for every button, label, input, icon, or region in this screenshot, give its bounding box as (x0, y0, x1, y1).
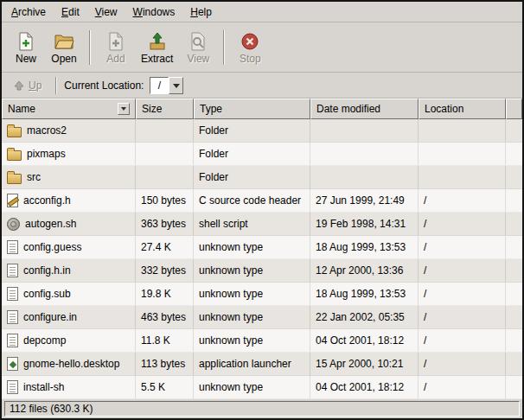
column-header-name[interactable]: Name (2, 99, 136, 119)
row-filler (506, 119, 522, 143)
size-cell (136, 119, 194, 143)
table-row[interactable]: config.guess 27.4 K unknown type 18 Aug … (2, 236, 522, 259)
size-cell: 463 bytes (136, 306, 194, 329)
date-cell: 27 Jun 1999, 21:49 (310, 189, 419, 213)
date-cell: 04 Oct 2001, 18:12 (310, 329, 419, 353)
add-button[interactable]: Add (97, 29, 135, 67)
location-cell: / (419, 236, 506, 259)
status-frame: 112 files (630.3 K) (4, 401, 520, 417)
table-row[interactable]: config.h.in 332 bytes unknown type 12 Ap… (2, 259, 522, 283)
table-row[interactable]: autogen.sh 363 bytes shell script 19 Feb… (2, 213, 522, 236)
file-name: configure.in (23, 311, 77, 323)
extract-button[interactable]: Extract (135, 29, 179, 67)
size-cell: 19.8 K (136, 283, 194, 306)
date-cell (310, 166, 419, 189)
date-cell: 18 Aug 1999, 13:53 (310, 283, 419, 306)
add-button-label: Add (106, 53, 125, 65)
view-file-icon (188, 31, 208, 52)
location-cell: / (419, 376, 506, 399)
size-cell: 5.5 K (136, 376, 194, 399)
row-filler (506, 143, 522, 166)
file-name: install-sh (23, 381, 64, 393)
menu-edit[interactable]: Edit (54, 2, 87, 22)
file-name: acconfig.h (23, 194, 71, 207)
table-row[interactable]: acconfig.h 150 bytes C source code heade… (2, 189, 522, 213)
extract-button-label: Extract (141, 53, 173, 65)
column-header-date-modified[interactable]: Date modified (310, 99, 419, 119)
location-cell (419, 119, 506, 143)
file-name: macros2 (27, 124, 67, 137)
table-row[interactable]: macros2 Folder (2, 119, 522, 143)
name-cell: gnome-hello.desktop (2, 353, 136, 376)
type-cell: unknown type (194, 259, 310, 283)
up-button[interactable]: Up (7, 77, 48, 94)
file-icon (7, 310, 18, 324)
location-bar: Up Current Location: / (2, 73, 522, 99)
table-row[interactable]: config.sub 19.8 K unknown type 18 Aug 19… (2, 283, 522, 306)
type-cell: Folder (194, 143, 310, 166)
file-name: config.guess (23, 241, 81, 253)
menu-help[interactable]: Help (182, 2, 220, 22)
column-header-type[interactable]: Type (194, 99, 310, 119)
table-row[interactable]: src Folder (2, 166, 522, 189)
date-cell: 15 Apr 2000, 10:21 (310, 353, 419, 376)
location-cell: / (419, 283, 506, 306)
size-cell: 150 bytes (136, 189, 194, 213)
new-archive-icon (16, 31, 36, 52)
name-cell: macros2 (2, 119, 136, 143)
folder-icon (7, 150, 22, 161)
chevron-down-icon (121, 107, 126, 111)
stop-button-label: Stop (240, 53, 261, 65)
type-cell: unknown type (194, 283, 310, 306)
file-name: gnome-hello.desktop (23, 358, 119, 370)
menu-archive[interactable]: Archive (3, 2, 54, 22)
view-button[interactable]: View (179, 29, 217, 67)
stop-button[interactable]: Stop (231, 29, 269, 67)
location-cell: / (419, 213, 506, 236)
location-cell (419, 143, 506, 166)
table-row[interactable]: install-sh 5.5 K unknown type 04 Oct 200… (2, 376, 522, 399)
size-cell: 27.4 K (136, 236, 194, 259)
type-cell: Folder (194, 119, 310, 143)
name-cell: acconfig.h (2, 189, 136, 213)
type-cell: unknown type (194, 376, 310, 399)
file-icon (7, 264, 18, 277)
open-button[interactable]: Open (45, 29, 83, 67)
name-cell: autogen.sh (2, 213, 136, 236)
new-button[interactable]: New (7, 29, 45, 67)
open-button-label: Open (51, 53, 76, 65)
add-files-icon (105, 31, 126, 52)
column-header-date-modified-label: Date modified (316, 103, 380, 115)
row-filler (506, 166, 522, 189)
table-row[interactable]: configure.in 463 bytes unknown type 22 J… (2, 306, 522, 329)
status-bar: 112 files (630.3 K) (2, 399, 522, 418)
row-filler (506, 353, 522, 376)
column-header-size[interactable]: Size (136, 99, 194, 119)
menu-view[interactable]: View (87, 2, 125, 22)
location-combo[interactable]: / (150, 77, 183, 94)
date-cell: 19 Feb 1998, 14:31 (310, 213, 419, 236)
name-cell: config.guess (2, 236, 136, 259)
table-row[interactable]: gnome-hello.desktop 113 bytes applicatio… (2, 353, 522, 376)
sort-dropdown-button[interactable] (118, 103, 130, 115)
menu-windows-label: Windows (133, 6, 176, 18)
source-file-icon (7, 194, 18, 207)
size-cell (136, 166, 194, 189)
type-cell: unknown type (194, 236, 310, 259)
row-filler (506, 283, 522, 306)
table-row[interactable]: depcomp 11.8 K unknown type 04 Oct 2001,… (2, 329, 522, 353)
row-filler (506, 376, 522, 399)
header-filler (506, 99, 522, 119)
location-bar-separator (55, 77, 57, 94)
location-cell: / (419, 353, 506, 376)
size-cell (136, 143, 194, 166)
menu-windows[interactable]: Windows (125, 2, 183, 22)
file-icon (7, 240, 18, 254)
column-header-location[interactable]: Location (419, 99, 506, 119)
file-name: autogen.sh (25, 218, 76, 230)
location-combo-dropdown-button[interactable] (169, 77, 183, 94)
row-filler (506, 236, 522, 259)
table-row[interactable]: pixmaps Folder (2, 143, 522, 166)
size-cell: 113 bytes (136, 353, 194, 376)
name-cell: configure.in (2, 306, 136, 329)
